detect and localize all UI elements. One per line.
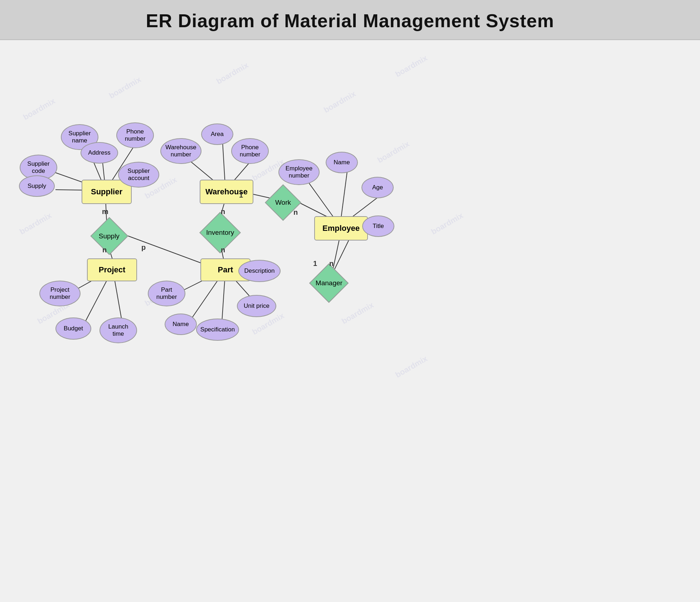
attr-budget: Budget bbox=[55, 317, 91, 340]
cardinality-m: m bbox=[102, 208, 108, 216]
cardinality-p: p bbox=[141, 243, 146, 252]
entity-warehouse[interactable]: Warehouse bbox=[200, 180, 253, 204]
attr-area: Area bbox=[201, 123, 233, 145]
watermark: boardmix bbox=[215, 60, 250, 86]
watermark: boardmix bbox=[394, 53, 429, 79]
attr-warehouse-phone: Phonenumber bbox=[231, 138, 269, 164]
cardinality-1-manager: 1 bbox=[313, 259, 317, 268]
cardinality-n-inventory-warehouse: n bbox=[221, 208, 225, 216]
attr-unit-price: Unit price bbox=[237, 295, 276, 317]
watermark: boardmix bbox=[429, 211, 465, 237]
attr-part-name: Name bbox=[165, 314, 197, 335]
attr-supply: Supply bbox=[19, 175, 55, 197]
cardinality-n-supply-project: n bbox=[102, 246, 107, 254]
page-title: ER Diagram of Material Management System bbox=[0, 0, 700, 40]
rel-inventory[interactable]: Inventory bbox=[199, 212, 241, 253]
watermark: boardmix bbox=[18, 211, 53, 237]
attr-warehouse-number: Warehousenumber bbox=[160, 138, 201, 164]
attr-project-number: Projectnumber bbox=[39, 281, 81, 306]
attr-emp-name: Name bbox=[326, 152, 358, 173]
cardinality-n-work: n bbox=[293, 208, 298, 217]
entity-project[interactable]: Project bbox=[87, 258, 137, 281]
attr-part-number: Partnumber bbox=[148, 281, 185, 306]
watermark: boardmix bbox=[394, 354, 429, 380]
entity-employee[interactable]: Employee bbox=[314, 216, 368, 241]
svg-line-28 bbox=[333, 236, 340, 270]
attr-supplier-account: Supplieraccount bbox=[118, 162, 159, 188]
cardinality-1-work: 1 bbox=[239, 191, 243, 199]
rel-manager[interactable]: Manager bbox=[309, 263, 349, 303]
cardinality-n-inventory-part: n bbox=[221, 246, 225, 254]
watermark: boardmix bbox=[107, 75, 143, 101]
diagram-area: boardmix boardmix boardmix boardmix boar… bbox=[0, 40, 700, 602]
attr-specification: Specification bbox=[196, 319, 239, 341]
attr-address: Address bbox=[81, 142, 118, 164]
attr-emp-title: Title bbox=[362, 215, 394, 237]
attr-launch-time: Launchtime bbox=[99, 317, 137, 343]
watermark: boardmix bbox=[21, 96, 57, 122]
attr-supplier-phone: Phonenumber bbox=[116, 122, 154, 148]
attr-emp-age: Age bbox=[361, 177, 394, 198]
watermark: boardmix bbox=[340, 300, 375, 326]
watermark: boardmix bbox=[322, 89, 358, 115]
attr-emp-number: Employeenumber bbox=[278, 159, 320, 185]
rel-supply[interactable]: Supply bbox=[90, 217, 128, 255]
cardinality-n-manager: n bbox=[329, 259, 334, 268]
attr-description: Description bbox=[238, 260, 281, 282]
watermark: boardmix bbox=[376, 139, 411, 165]
